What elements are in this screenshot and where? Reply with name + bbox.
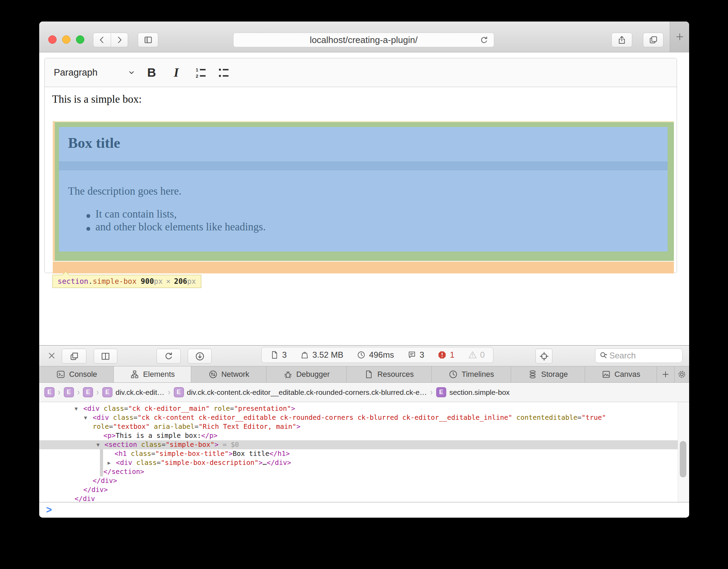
tab-network[interactable]: Network: [191, 366, 266, 382]
breadcrumb-label: div.ck.ck-edit…: [116, 388, 164, 397]
attr-name-token: class: [109, 414, 133, 422]
web-inspector-panel: 33.52 MB496ms310 ConsoleElementsNetworkD…: [39, 345, 689, 518]
console-prompt-row[interactable]: >: [39, 502, 689, 518]
bulleted-list-button[interactable]: [214, 58, 234, 87]
tab-canvas[interactable]: Canvas: [585, 366, 657, 382]
stat-value: 3: [420, 350, 424, 360]
reload-page-button[interactable]: [156, 349, 181, 364]
box-description[interactable]: The description goes here.: [68, 185, 181, 197]
attr-name-token: class: [127, 450, 151, 458]
box-title[interactable]: Box title: [68, 135, 120, 151]
tab-storage[interactable]: Storage: [511, 366, 585, 382]
tooltip-width: 900: [141, 277, 154, 286]
dom-tree-node[interactable]: <div class="simple-box-description">…</d…: [116, 458, 291, 467]
attr-value-token: "ck ck-editor__main": [128, 405, 210, 413]
inspected-simple-box[interactable]: Box title The description goes here. It …: [53, 121, 674, 261]
disclosure-triangle[interactable]: ▼: [96, 440, 100, 449]
dom-tree-node[interactable]: </div>: [93, 476, 117, 485]
token: =: [109, 423, 113, 431]
stat-value: 3: [282, 350, 287, 360]
element-badge: E: [174, 387, 184, 397]
tab-label: Storage: [541, 370, 568, 379]
breadcrumb-element[interactable]: E: [83, 387, 93, 397]
zoom-window-button[interactable]: [76, 35, 84, 44]
element-badge: E: [436, 387, 446, 397]
dock-to-side-button[interactable]: [94, 349, 117, 364]
tab-label: Network: [221, 370, 249, 379]
stat-error[interactable]: 1: [438, 350, 454, 360]
list-item[interactable]: It can contain lists,: [95, 208, 177, 220]
bold-button[interactable]: B: [144, 58, 160, 87]
breadcrumb-element[interactable]: E: [64, 387, 74, 397]
breadcrumb-element[interactable]: E: [44, 387, 54, 397]
breadcrumb-div[interactable]: Ediv.ck.ck-content.ck-editor__editable.c…: [174, 387, 427, 397]
forward-button[interactable]: [111, 33, 128, 47]
plus-tab-button[interactable]: [657, 366, 674, 382]
breadcrumb-section[interactable]: Esection.simple-box: [436, 387, 510, 397]
tag-token: </div>: [83, 486, 108, 494]
disclosure-triangle[interactable]: ▼: [84, 413, 87, 422]
share-button[interactable]: [611, 33, 632, 47]
tab-console[interactable]: Console: [40, 366, 113, 382]
disclosure-triangle[interactable]: ▶: [108, 458, 111, 467]
dom-tree-node[interactable]: <h1 class="simple-box-title">Box title</…: [115, 449, 290, 458]
list-item[interactable]: and other block elements like headings.: [95, 221, 266, 233]
dom-tree-node[interactable]: </section>: [103, 467, 144, 476]
numbered-list-button[interactable]: 1 2: [191, 58, 211, 87]
tag-token: </h1>: [269, 450, 290, 458]
attr-value-token: "ck ck-content ck-editor__editable ck-ro…: [137, 414, 512, 422]
detach-icon: [69, 351, 79, 362]
dom-tree-node[interactable]: <div class="ck ck-content ck-editor__edi…: [93, 413, 606, 422]
paragraph-text[interactable]: This is a simple box:: [52, 93, 142, 105]
element-picker-button[interactable]: [535, 349, 552, 364]
tab-debugger[interactable]: Debugger: [266, 366, 346, 382]
stat-value: 0: [480, 350, 485, 360]
tab-resources[interactable]: Resources: [346, 366, 431, 382]
dom-tree-node[interactable]: role="textbox" aria-label="Rich Text Edi…: [93, 422, 300, 431]
download-page-button[interactable]: [188, 349, 212, 364]
dock-to-window-button[interactable]: [62, 349, 86, 364]
tab-timelines[interactable]: Timelines: [431, 366, 511, 382]
tooltip-tag: section: [58, 277, 88, 286]
breadcrumb: E›E›E›Ediv.ck.ck-edit…›Ediv.ck.ck-conten…: [44, 387, 510, 398]
dom-tree-node[interactable]: <div class="ck ck-editor__main" role="pr…: [83, 404, 295, 413]
stat-weight[interactable]: 3.52 MB: [300, 350, 343, 360]
element-badge: E: [83, 387, 93, 397]
chevron-down-icon: [125, 58, 138, 87]
tooltip-class: simple-box: [93, 277, 136, 286]
box-margin-highlight: [59, 161, 668, 170]
italic-button[interactable]: I: [168, 58, 184, 87]
disclosure-triangle[interactable]: ▼: [75, 404, 78, 413]
dom-tree: ▼<div class="ck ck-editor__main" role="p…: [39, 402, 689, 502]
stat-bubble[interactable]: 3: [407, 350, 424, 360]
token: =: [156, 459, 161, 467]
tab-label: Elements: [143, 370, 175, 379]
close-inspector-button[interactable]: [47, 351, 57, 362]
box-description-content-highlight: The description goes here. It can contai…: [59, 170, 668, 252]
breadcrumb-separator: ›: [168, 387, 170, 398]
inspector-toolbar: 33.52 MB496ms310: [39, 346, 689, 366]
search-input[interactable]: [609, 350, 669, 361]
tooltip-dot: .: [88, 277, 93, 286]
address-bar[interactable]: localhost/creating-a-plugin/: [233, 33, 494, 47]
stat-doc[interactable]: 3: [270, 350, 287, 360]
attr-value-token: "presentation": [234, 405, 291, 413]
scrollbar-thumb[interactable]: [680, 441, 686, 477]
new-tab-button[interactable]: [670, 22, 689, 52]
dom-tree-node[interactable]: </div: [75, 494, 95, 502]
show-all-tabs-button[interactable]: [643, 33, 663, 47]
tab-elements[interactable]: Elements: [113, 366, 191, 382]
tag-token: <div: [116, 459, 132, 467]
minimize-window-button[interactable]: [62, 35, 70, 44]
dom-tree-node[interactable]: <p>This is a simple box:</p>: [103, 431, 218, 440]
stat-warn[interactable]: 0: [468, 350, 485, 360]
reload-button[interactable]: [479, 35, 489, 46]
stat-clock[interactable]: 496ms: [357, 350, 394, 360]
breadcrumb-div[interactable]: Ediv.ck.ck-edit…: [102, 387, 164, 397]
dom-tree-node[interactable]: </div>: [83, 485, 108, 494]
back-button[interactable]: [93, 33, 111, 47]
sidebar-toggle-button[interactable]: [138, 33, 158, 47]
close-window-button[interactable]: [48, 35, 57, 44]
gear-tab-button[interactable]: [674, 366, 689, 382]
dom-tree-node[interactable]: <section class="simple-box"> = $0: [104, 440, 239, 449]
